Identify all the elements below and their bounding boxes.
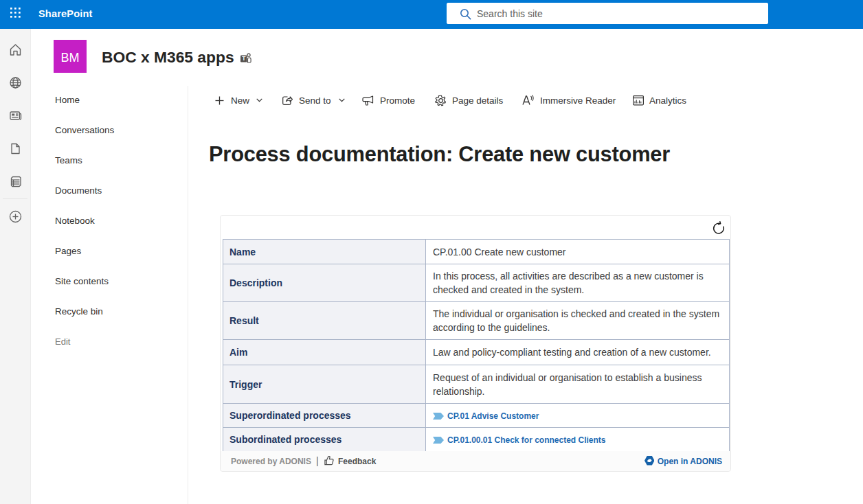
svg-text:T: T [242, 55, 246, 62]
